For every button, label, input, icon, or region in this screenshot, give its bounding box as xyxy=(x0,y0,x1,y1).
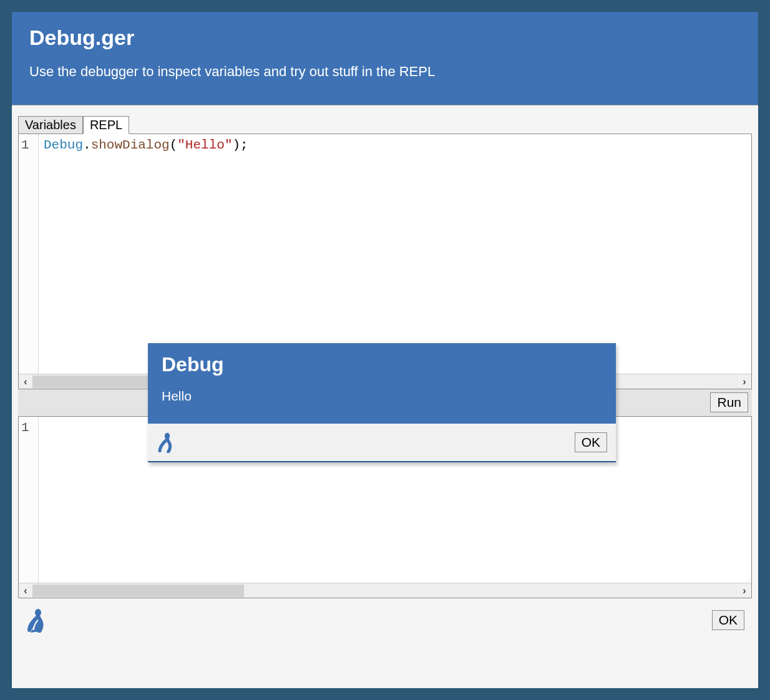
code-editor[interactable]: 1 Debug.showDialog("Hello"); xyxy=(19,134,751,374)
body-area: Variables REPL 1 Debug.showDialog("Hello… xyxy=(12,105,758,688)
scroll-right-icon[interactable]: › xyxy=(738,376,751,387)
tabstrip: Variables REPL xyxy=(18,114,752,134)
editor-gutter: 1 xyxy=(19,134,39,374)
scroll-right-icon[interactable]: › xyxy=(738,585,751,596)
ok-button[interactable]: OK xyxy=(712,610,744,630)
page-subtitle: Use the debugger to inspect variables an… xyxy=(29,64,741,80)
page-title: Debug.ger xyxy=(29,26,741,50)
output-gutter: 1 xyxy=(19,417,39,583)
header: Debug.ger Use the debugger to inspect va… xyxy=(12,12,758,105)
scroll-left-icon[interactable]: ‹ xyxy=(19,376,32,387)
dialog-ok-button[interactable]: OK xyxy=(575,432,607,452)
tab-repl[interactable]: REPL xyxy=(83,116,129,134)
token-class: Debug xyxy=(44,138,83,152)
output-gutter-line-1: 1 xyxy=(21,420,36,435)
footer-bar: OK xyxy=(18,598,752,642)
output-horizontal-scrollbar[interactable]: ‹ › xyxy=(19,583,751,598)
token-method: showDialog xyxy=(91,138,170,152)
dialog-title: Debug xyxy=(162,353,602,376)
tab-variables[interactable]: Variables xyxy=(18,116,83,134)
output-line-1 xyxy=(39,417,49,583)
dialog-footer: OK xyxy=(148,424,616,461)
token-rparen: ); xyxy=(232,138,248,152)
token-string: "Hello" xyxy=(177,138,232,152)
scroll-track[interactable] xyxy=(32,583,738,598)
run-button[interactable]: Run xyxy=(710,392,748,412)
editor-line-1[interactable]: Debug.showDialog("Hello"); xyxy=(39,134,253,374)
scroll-left-icon[interactable]: ‹ xyxy=(19,585,32,596)
debugger-window: Debug.ger Use the debugger to inspect va… xyxy=(11,11,759,689)
servoy-logo-icon xyxy=(26,608,51,633)
dialog-header: Debug Hello xyxy=(148,343,616,424)
scroll-thumb[interactable] xyxy=(32,585,244,597)
gutter-line-1: 1 xyxy=(21,138,36,152)
token-lparen: ( xyxy=(170,138,178,152)
debug-dialog: Debug Hello OK xyxy=(148,343,616,462)
servoy-logo-icon xyxy=(157,432,178,453)
token-dot: . xyxy=(83,138,91,152)
dialog-message: Hello xyxy=(162,389,602,404)
